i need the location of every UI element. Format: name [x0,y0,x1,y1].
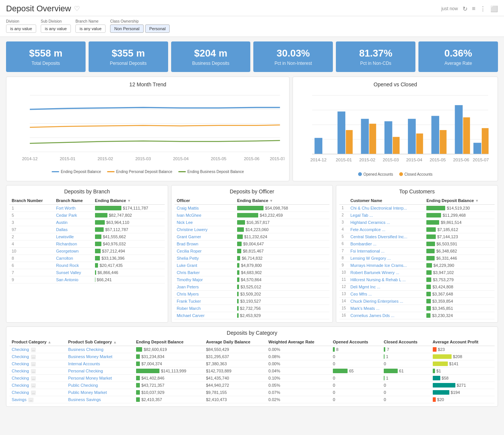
cat-avg-bal: $44,940,272 [204,381,266,389]
cat-col-opened[interactable]: Opened Accounts [331,338,381,346]
officer-balance: $2,453,929 [235,312,329,319]
branch-balance: $37,212,494 [93,247,165,254]
customer-balance: $3,367,648 [424,290,495,297]
cat-product: Checking ... [9,360,66,367]
branch-col-name[interactable]: Branch Name [54,197,93,205]
table-row: 6 Bombardier ... $6,503,591 [339,240,495,247]
customers-col-balance[interactable]: Ending Deposit Balance ▼ [424,197,495,205]
officer-col-balance[interactable]: Ending Balance ▼ [235,197,329,205]
cat-subproduct: Business Checking [66,346,134,353]
officer-balance: $2,732,756 [235,305,329,312]
cat-rate: 0.02% [266,396,331,403]
customers-col-num [339,197,348,205]
cat-subproduct: Personal Checking [66,367,134,374]
branch-col-balance[interactable]: Ending Balance ▼ [93,197,165,205]
cat-end-bal: $141,113,999 [134,367,204,374]
legend-total: Ending Deposit Balance [52,170,101,174]
svg-text:2015-01: 2015-01 [60,157,75,161]
cat-profit: $271 [430,381,495,389]
svg-text:2014-12: 2014-12 [22,157,37,161]
svg-rect-21 [361,119,369,154]
filter-division-btn[interactable]: is any value [6,25,36,33]
svg-text:2015-06: 2015-06 [453,157,469,162]
table-row: 8 Carrolton $33,136,396 [9,254,165,262]
cat-closed: 1 [381,374,430,381]
title-text: Deposit Overview [6,4,71,14]
customer-name: Chi & Chu Electronical Interp... [348,204,424,211]
svg-rect-31 [473,143,481,154]
cat-opened: 0 [331,360,381,367]
cat-col-rate[interactable]: Weighted Average Rate [266,338,331,346]
filter-personal-btn[interactable]: Personal [145,25,170,33]
filter-non-personal-btn[interactable]: Non Personal [110,25,144,33]
cat-profit: $20 [430,396,495,403]
category-panel: Deposits by Category Product Category ▲ … [6,326,498,407]
svg-rect-28 [440,130,447,154]
customer-rank: 2 [339,211,348,219]
customers-panel: Top Customers Customer Name Ending Depos… [336,185,498,323]
cat-profit: $58 [430,374,495,381]
officer-name: Frank Tucker [175,297,235,305]
branch-number: 97 [9,226,54,233]
svg-rect-19 [338,112,346,154]
table-row: Checking ... Public Checking $43,721,357… [9,381,495,389]
table-row: 2 Lewisville $41,555,662 [9,233,165,240]
officer-balance: $16,357,817 [235,219,329,226]
branch-table: Branch Number Branch Name Ending Balance… [9,197,165,283]
svg-rect-32 [482,128,489,154]
table-row: 4 Richardson $40,976,032 [9,240,165,247]
table-row: 6 Round Rock $20,417,435 [9,262,165,269]
officer-name: Shelia Petty [175,254,235,262]
legend-closed-dot [399,172,403,176]
svg-rect-25 [408,119,416,154]
legend-closed: Closed Accounts [399,172,433,176]
officer-balance: $4,570,864 [235,276,329,283]
officer-balance: $4,879,800 [235,262,329,269]
cat-col-sub[interactable]: Product Sub Category ▲ [66,338,134,346]
customer-name: Fsi International ... [348,247,424,254]
cat-col-product[interactable]: Product Category ▲ [9,338,66,346]
officer-col-name[interactable]: Officer [175,197,235,205]
svg-text:2015-06: 2015-06 [244,157,259,161]
officer-balance: $9,004,647 [235,240,329,247]
customer-name: Robert Bartunek Winery ... [348,269,424,276]
svg-rect-22 [369,124,376,154]
filter-branch-btn[interactable]: is any value [75,25,106,33]
branch-col-number[interactable]: Branch Number [9,197,54,205]
window-icon[interactable]: ⬜ [490,5,498,12]
cat-avg-bal: $7,380,363 [204,360,266,367]
table-row: 4 Fete Accomplice ... $7,185,612 [339,226,495,233]
more-options-icon[interactable]: ⋮ [480,5,486,12]
legend-opened-label: Opened Accounts [363,172,393,176]
favorite-icon[interactable]: ♡ [74,5,80,13]
cat-closed: 0 [381,396,430,403]
customer-rank: 4 [339,226,348,233]
filter-subdivision-btn[interactable]: is any value [41,25,71,33]
customer-rank: 1 [339,204,348,211]
cat-avg-bal: $9,781,155 [204,389,266,396]
table-row: Checking ... Personal Checking $141,113,… [9,367,495,374]
cat-col-end[interactable]: Ending Deposit Balance [134,338,204,346]
officer-table: Officer Ending Balance ▼ Craig Mattis $5… [175,197,330,319]
filter-settings-icon[interactable]: ≡ [472,5,475,12]
officer-name: Christine Lowery [175,226,235,233]
branch-name: Carrolton [54,254,93,262]
customers-col-name[interactable]: Customer Name [348,197,424,205]
table-row: Luke Grant $4,879,800 [175,262,330,269]
officer-title: Deposits by Officer [175,188,330,195]
cat-profit: $208 [430,353,495,360]
cat-avg-bal: $31,295,637 [204,353,266,360]
customer-rank: 6 [339,240,348,247]
filters-bar: Division is any value Sub Division is an… [0,16,504,37]
svg-text:2015-04: 2015-04 [406,157,423,162]
branch-balance: $66,241 [93,276,165,283]
refresh-icon[interactable]: ↻ [463,5,467,12]
header-actions: just now ↻ ≡ ⋮ ⬜ [441,5,498,12]
table-row: Checking ... Personal Money Market $41,4… [9,374,495,381]
cat-rate: 0.07% [266,389,331,396]
cat-col-profit[interactable]: Average Account Profit [430,338,495,346]
cat-col-avg[interactable]: Average Daily Balance [204,338,266,346]
svg-text:2015-02: 2015-02 [98,157,113,161]
cat-col-closed[interactable]: Closed Accounts [381,338,430,346]
customer-name: Murrays Hmmade Ice Crams... [348,262,424,269]
